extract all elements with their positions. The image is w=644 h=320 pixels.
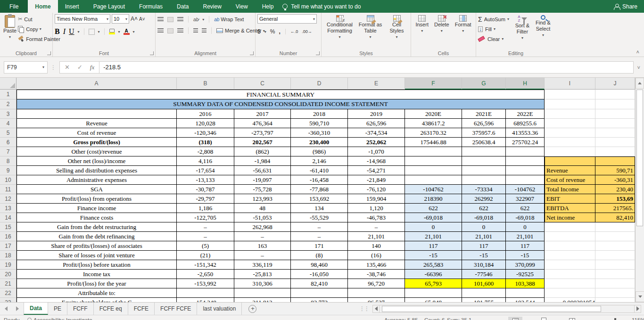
delete-cells-button[interactable]: Delete▾	[433, 14, 451, 35]
cell-A23[interactable]: Equity shareholders of the C	[17, 298, 177, 302]
cell-J15[interactable]	[595, 222, 635, 232]
collapse-ribbon-icon[interactable]: ˄	[636, 49, 639, 55]
cell-I19[interactable]	[545, 260, 595, 270]
cell-B20[interactable]: -2,650	[177, 270, 234, 279]
cell-I21[interactable]	[545, 279, 595, 288]
cell-A2[interactable]: SUMMARY DATA OF CONDENSED CONSOLIDATED I…	[17, 99, 545, 109]
ribbon-tab-page-layout[interactable]: Page Layout	[86, 0, 132, 13]
cell-A8[interactable]: Other net (loss)/income	[17, 156, 177, 166]
cell-I22[interactable]	[545, 288, 595, 298]
cell-J3[interactable]	[595, 109, 635, 119]
cell-C15[interactable]: 262,968	[234, 222, 291, 232]
cell-A17[interactable]: Share of profits/(losses) of associates	[17, 241, 177, 251]
cell-A18[interactable]: Share of losses of joint venture	[17, 251, 177, 260]
cell-D15[interactable]: –	[291, 222, 348, 232]
cell-A7[interactable]: Other (cost)/revenue	[17, 147, 177, 156]
sheet-tab-fcfe[interactable]: FCFE	[128, 303, 155, 315]
cell-F12[interactable]: 218390	[405, 194, 462, 204]
cell-A12[interactable]: Profit/(loss) from operations	[17, 194, 177, 204]
cell-F7[interactable]	[405, 147, 462, 156]
row-header-3[interactable]: 3	[0, 109, 17, 119]
cell-B5[interactable]: -120,346	[177, 128, 234, 138]
cell-A21[interactable]: Profit/(loss) for the year	[17, 279, 177, 288]
cell-D10[interactable]: -16,458	[291, 175, 348, 185]
cell-G11[interactable]: -73334	[462, 185, 506, 194]
row-header-18[interactable]: 18	[0, 251, 17, 260]
tab-scroll-splitter[interactable]: ⋮⋮	[359, 305, 369, 312]
cell-C16[interactable]: –	[234, 232, 291, 241]
cell-C19[interactable]: 336,119	[234, 260, 291, 270]
align-top-icon[interactable]	[157, 17, 164, 22]
cell-G21[interactable]: 101,600	[462, 279, 506, 288]
cell-C3[interactable]: 2017	[234, 109, 291, 119]
name-box-dropdown-icon[interactable]: ▾	[42, 65, 44, 69]
align-center-icon[interactable]	[167, 28, 173, 33]
row-header-23[interactable]: 23	[0, 298, 17, 302]
row-header-8[interactable]: 8	[0, 156, 17, 166]
cell-G18[interactable]: -15	[462, 251, 506, 260]
cell-G22[interactable]	[462, 288, 506, 298]
sheet-tab-fcff[interactable]: FCFF	[67, 303, 94, 315]
cell-D13[interactable]: 134	[291, 204, 348, 213]
cell-D8[interactable]: 2,146	[291, 156, 348, 166]
vertical-scrollbar[interactable]	[635, 78, 644, 302]
cell-D14[interactable]: -55,529	[291, 213, 348, 222]
cell-B17[interactable]: (5)	[177, 241, 234, 251]
cell-H12[interactable]: 322907	[506, 194, 545, 204]
cell-E14[interactable]: -46,783	[348, 213, 405, 222]
cell-E3[interactable]: 2019	[348, 109, 405, 119]
cell-E9[interactable]: -54,271	[348, 166, 405, 175]
row-header-12[interactable]: 12	[0, 194, 17, 204]
cell-H14[interactable]: -69,018	[506, 213, 545, 222]
cell-C22[interactable]	[234, 288, 291, 298]
cell-I14[interactable]: Net income	[545, 213, 595, 222]
scroll-up-button[interactable]	[636, 78, 644, 89]
align-right-icon[interactable]	[177, 28, 183, 33]
ribbon-tab-view[interactable]: View	[229, 0, 255, 13]
fill-button[interactable]: ↓Fill ▾	[478, 24, 509, 34]
row-header-4[interactable]: 4	[0, 119, 17, 128]
shrink-font-icon[interactable]: A˅	[139, 16, 145, 22]
formula-input[interactable]: -218.5	[99, 61, 633, 74]
cell-E10[interactable]: -21,849	[348, 175, 405, 185]
column-header-H[interactable]: H	[506, 78, 545, 90]
cell-F5[interactable]: 263170.32	[405, 128, 462, 138]
decrease-indent-icon[interactable]	[193, 28, 198, 33]
cell-J16[interactable]	[595, 232, 635, 241]
cell-G19[interactable]: 310,184	[462, 260, 506, 270]
cell-J7[interactable]	[595, 147, 635, 156]
cell-H13[interactable]: 622	[506, 204, 545, 213]
cell-J22[interactable]	[595, 288, 635, 298]
cell-I1[interactable]	[545, 90, 595, 99]
cell-J5[interactable]	[595, 128, 635, 138]
scroll-left-button[interactable]	[372, 305, 380, 313]
cell-D23[interactable]: 82,772	[291, 298, 348, 302]
name-box[interactable]: F79 ▾	[4, 61, 48, 74]
cell-D16[interactable]: –	[291, 232, 348, 241]
cell-H16[interactable]: 21,101	[506, 232, 545, 241]
underline-dropdown-icon[interactable]: ▾	[78, 30, 80, 34]
cell-C18[interactable]: –	[234, 251, 291, 260]
cell-I11[interactable]: Total Income	[545, 185, 595, 194]
expand-formula-bar-icon[interactable]: ˅	[637, 65, 640, 70]
ribbon-tab-insert[interactable]: Insert	[58, 0, 86, 13]
cell-G23[interactable]: 101,755	[462, 298, 506, 302]
sheet-tab-last-valuation[interactable]: last valuation	[197, 303, 242, 315]
cell-D18[interactable]: (8)	[291, 251, 348, 260]
cell-G10[interactable]	[462, 175, 506, 185]
cell-B12[interactable]: -29,797	[177, 194, 234, 204]
cell-C6[interactable]: 202,567	[234, 138, 291, 147]
ribbon-tab-review[interactable]: Review	[196, 0, 228, 13]
cell-J14[interactable]: 82,410	[595, 213, 635, 222]
cell-H5[interactable]: 413553.36	[506, 128, 545, 138]
cell-E8[interactable]: -14,968	[348, 156, 405, 166]
cell-H20[interactable]: -92525	[506, 270, 545, 279]
font-dialog-launcher[interactable]	[150, 51, 154, 55]
cell-F19[interactable]: 265,583	[405, 260, 462, 270]
cell-G16[interactable]: 21,101	[462, 232, 506, 241]
cell-H19[interactable]: 370,099	[506, 260, 545, 270]
cell-F11[interactable]: -104762	[405, 185, 462, 194]
cell-A22[interactable]: Attributable to:	[17, 288, 177, 298]
row-header-11[interactable]: 11	[0, 185, 17, 194]
cell-F15[interactable]: 0	[405, 222, 462, 232]
